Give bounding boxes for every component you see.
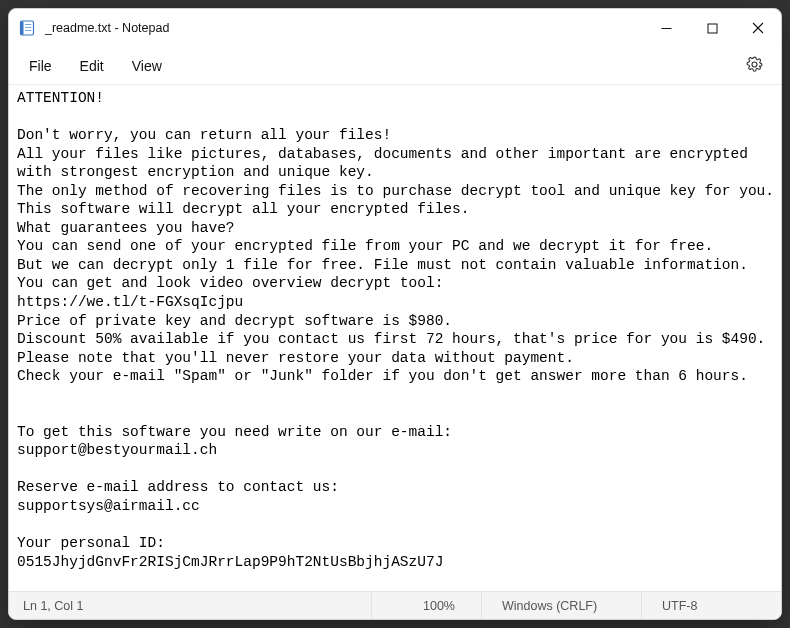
window-title: _readme.txt - Notepad bbox=[45, 21, 169, 35]
settings-button[interactable] bbox=[736, 50, 773, 82]
menu-edit[interactable]: Edit bbox=[66, 52, 118, 80]
status-encoding: UTF-8 bbox=[641, 592, 781, 619]
svg-rect-1 bbox=[21, 21, 24, 35]
notepad-app-icon bbox=[19, 20, 35, 36]
text-editor[interactable]: ATTENTION! Don't worry, you can return a… bbox=[9, 85, 781, 591]
menu-view[interactable]: View bbox=[118, 52, 176, 80]
statusbar: Ln 1, Col 1 100% Windows (CRLF) UTF-8 bbox=[9, 591, 781, 619]
maximize-button[interactable] bbox=[689, 9, 735, 47]
svg-rect-6 bbox=[708, 24, 717, 33]
status-line-ending: Windows (CRLF) bbox=[481, 592, 641, 619]
menubar: File Edit View bbox=[9, 47, 781, 85]
menu-file[interactable]: File bbox=[15, 52, 66, 80]
close-button[interactable] bbox=[735, 9, 781, 47]
status-zoom[interactable]: 100% bbox=[371, 592, 481, 619]
gear-icon bbox=[746, 56, 763, 73]
notepad-window: _readme.txt - Notepad File Edit View ATT… bbox=[8, 8, 782, 620]
status-position: Ln 1, Col 1 bbox=[9, 599, 371, 613]
window-controls bbox=[643, 9, 781, 47]
minimize-button[interactable] bbox=[643, 9, 689, 47]
titlebar[interactable]: _readme.txt - Notepad bbox=[9, 9, 781, 47]
editor-area: ATTENTION! Don't worry, you can return a… bbox=[9, 85, 781, 591]
